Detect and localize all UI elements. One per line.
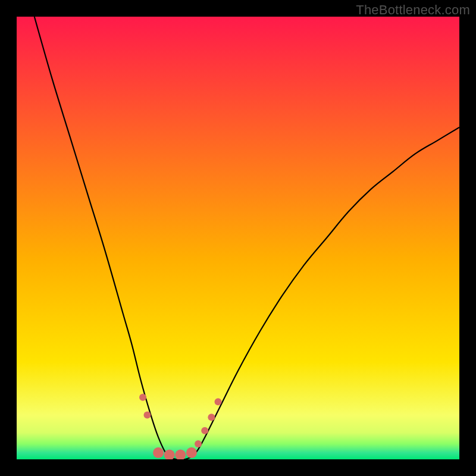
watermark-text: TheBottleneck.com — [356, 2, 470, 18]
plot-area — [17, 17, 459, 459]
marker-point — [186, 447, 197, 458]
marker-point — [143, 412, 151, 419]
gradient-background — [17, 17, 459, 459]
marker-point — [215, 398, 222, 405]
chart-frame: TheBottleneck.com — [0, 0, 476, 476]
bottleneck-chart — [17, 17, 459, 459]
marker-point — [139, 394, 146, 401]
marker-point — [201, 427, 208, 434]
marker-point — [153, 447, 164, 458]
marker-point — [195, 440, 202, 447]
marker-point — [208, 414, 215, 421]
